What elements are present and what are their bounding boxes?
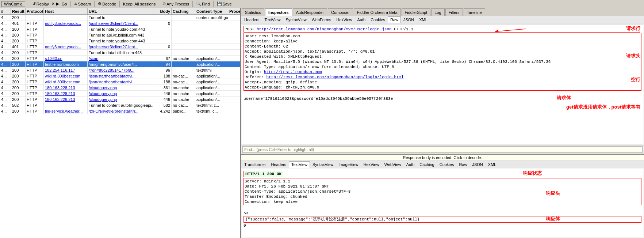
table-header: # Result Protocol Host URL Body Caching … — [0, 8, 240, 15]
table-row[interactable]: 4... 401 HTTP notify3.note.youda... /pus… — [0, 44, 240, 50]
cell-protocol: HTTP — [26, 79, 44, 84]
response-sub-tab-imageview[interactable]: ImageView — [336, 161, 361, 168]
cell-body: 0 — [153, 44, 172, 49]
table-row[interactable]: 4... 200 Tunnel to content-autofill.goog… — [0, 15, 240, 20]
table-row[interactable]: 4... 200 HTTP 182.254.116.117 /?dn=80c22… — [0, 67, 240, 73]
stream-button[interactable]: ≋ Stream — [73, 1, 92, 7]
response-sub-tab-hexview[interactable]: HexView — [361, 161, 382, 168]
request-sub-tab-raw[interactable]: Raw — [388, 16, 401, 23]
request-sub-tab-hexview[interactable]: HexView — [334, 16, 354, 23]
tab-fiddler-orchestra[interactable]: Fiddler Orchestra Beta — [354, 8, 401, 16]
tab-filters[interactable]: Filters — [445, 8, 463, 16]
table-row[interactable]: 4... 200 HTTP tile-service.weather... /z… — [0, 108, 240, 114]
find-input[interactable] — [242, 146, 643, 153]
cell-url: Tunnel to note.youdao.com:443 — [88, 38, 153, 44]
tab-composer[interactable]: Composer — [328, 8, 353, 16]
col-header-process: Process — [228, 8, 240, 14]
keep-button[interactable]: Keep: All sessions — [122, 1, 157, 7]
cell-protocol: HTTP — [26, 50, 44, 55]
cell-content-type: application/... — [195, 56, 228, 61]
response-sub-tab-xml[interactable]: XML — [486, 161, 499, 168]
col-header-url: URL — [88, 8, 153, 14]
tab-auto-responder[interactable]: AutoResponder — [293, 8, 327, 16]
cell-result: 401 — [11, 44, 26, 49]
toolbar: WinConfig ↺ Replay ✕ ▶ Go ≋ Stream ⚙ Dec… — [0, 0, 644, 8]
request-sub-tab-syntaxview[interactable]: SyntaxView — [283, 16, 309, 23]
cell-body: 188 — [153, 79, 172, 84]
table-row[interactable]: 4... 502 HTTP Tunnel to content-autofill… — [0, 102, 240, 108]
table-row[interactable]: 4... 200 HTTP test.lemonban.com /ningmen… — [0, 61, 240, 67]
main-layout: # Result Protocol Host URL Body Caching … — [0, 8, 644, 238]
response-sub-tab-json[interactable]: JSON — [469, 161, 485, 168]
cell-caching: no-cache — [172, 85, 195, 90]
cell-result: 200 — [11, 56, 26, 61]
response-sub-tab-syntaxview[interactable]: SyntaxView — [310, 161, 336, 168]
cell-body: 0 — [153, 20, 172, 26]
response-sub-tab-webview[interactable]: WebView — [382, 161, 404, 168]
table-row[interactable]: 4... 401 HTTP notify3.note.youda... /pus… — [0, 20, 240, 26]
request-sub-tab-json[interactable]: JSON — [401, 16, 417, 23]
decode-button[interactable]: ⚙ Decode — [97, 1, 117, 7]
table-row[interactable]: 4... 200 HTTP s.f.360.cn /scan 67 no-cac… — [0, 56, 240, 61]
tab-statistics[interactable]: Statistics — [242, 8, 264, 16]
response-sub-tab-textview[interactable]: TextView — [289, 161, 310, 168]
request-sub-tab-webforms[interactable]: WebForms — [309, 16, 334, 23]
cell-process — [228, 79, 240, 84]
cell-protocol: HTTP — [26, 108, 44, 114]
response-notice[interactable]: Response body is encoded. Click to decod… — [241, 155, 644, 161]
response-sub-tab-auth[interactable]: Auth — [404, 161, 417, 168]
table-row[interactable]: 4... 200 HTTP Tunnel to data.bilibili.co… — [0, 50, 240, 56]
tab-timeline[interactable]: Timeline — [464, 8, 485, 16]
request-sub-tab-headers[interactable]: Headers — [242, 16, 262, 23]
table-row[interactable]: 4... 200 HTTP 180.163.228.213 /cloudquer… — [0, 97, 240, 102]
table-row[interactable]: 4... 200 HTTP Tunnel to note.youdao.com:… — [0, 26, 240, 32]
cell-caching — [172, 38, 195, 44]
table-row[interactable]: 4... 200 HTTP 180.163.228.213 /cloudquer… — [0, 91, 240, 97]
cell-content-type — [195, 50, 228, 55]
cell-url: Tunnel to — [88, 15, 153, 20]
request-sub-tab-cookies[interactable]: Cookies — [368, 16, 388, 23]
table-row[interactable]: 4... 200 HTTP 180.163.228.213 /cloudquer… — [0, 85, 240, 91]
cell-caching — [172, 61, 195, 67]
cell-result: 200 — [11, 91, 26, 96]
cell-host — [44, 38, 88, 44]
cell-protocol: HTTP — [26, 67, 44, 73]
response-sub-tab-caching[interactable]: Caching — [417, 161, 437, 168]
sessions-table: # Result Protocol Host URL Body Caching … — [0, 8, 240, 238]
cell-host — [44, 26, 88, 32]
tab-fiddler-script[interactable]: FiddlerScript — [402, 8, 431, 16]
cell-result: 200 — [11, 61, 26, 67]
table-row[interactable]: 4... 200 HTTP Tunnel to api.vc.bilibili.… — [0, 32, 240, 38]
stream-icon: ≋ — [74, 1, 77, 6]
table-row[interactable]: 4... 200 HTTP Tunnel to note.youdao.com:… — [0, 38, 240, 44]
cell-protocol: HTTP — [26, 73, 44, 79]
save-button[interactable]: 💾 Save — [216, 1, 233, 7]
col-header-hash: # — [0, 8, 11, 14]
toolbar-x[interactable]: ✕ — [51, 1, 55, 6]
request-sub-tab-auth[interactable]: Auth — [355, 16, 368, 23]
cell-process — [228, 38, 240, 44]
go-button[interactable]: Go — [61, 1, 68, 7]
tab-log[interactable]: Log — [431, 8, 444, 16]
any-process-button[interactable]: ⊕ Any Process — [161, 1, 190, 7]
cell-body: 361 — [153, 85, 172, 90]
cell-process — [228, 61, 240, 67]
toolbar-arrow-right[interactable]: ▶ — [56, 1, 59, 6]
cell-process — [228, 44, 240, 49]
request-sub-tab-textview[interactable]: TextView — [262, 16, 283, 23]
response-sub-tab-cookies[interactable]: Cookies — [437, 161, 457, 168]
tab-inspectors[interactable]: Inspectors — [265, 8, 292, 16]
winconfig-button[interactable]: WinConfig — [1, 1, 25, 7]
replay-button[interactable]: ↺ Replay — [31, 1, 50, 7]
cell-host: notify3.note.youda... — [44, 20, 88, 26]
find-button[interactable]: 🔍 Find — [195, 1, 211, 7]
cell-host — [44, 50, 88, 55]
response-sub-tab-headers[interactable]: Headers — [269, 161, 289, 168]
response-sub-tab-raw[interactable]: Raw — [456, 161, 469, 168]
request-sub-tab-xml[interactable]: XML — [417, 16, 430, 23]
cell-hash: 4... — [0, 73, 11, 79]
cell-hash: 4... — [0, 85, 11, 90]
table-row[interactable]: 4... 200 HTTP wiki.rd.800best.com /json/… — [0, 73, 240, 79]
response-sub-tab-transformer[interactable]: Transformer — [242, 161, 269, 168]
table-row[interactable]: 4... 200 HTTP wiki.rd.800best.com /json/… — [0, 79, 240, 85]
